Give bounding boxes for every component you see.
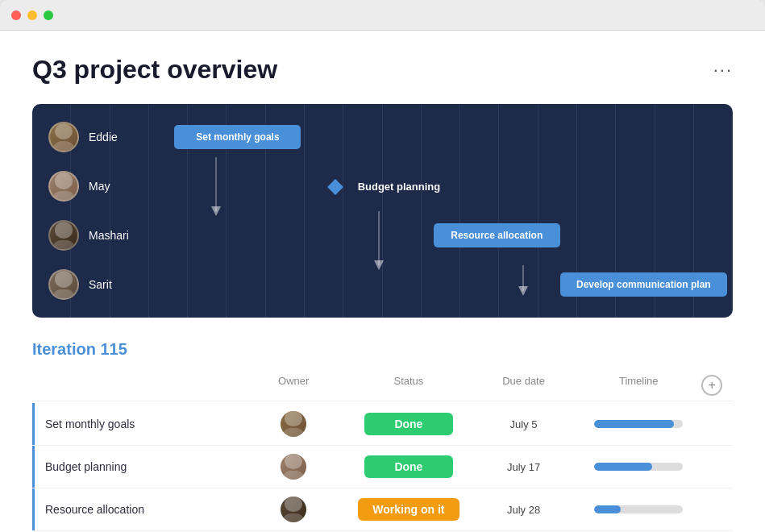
- row-border-3: [32, 488, 35, 530]
- row-border-2: [32, 446, 35, 488]
- main-content: Q3 project overview ···: [0, 31, 765, 532]
- owner-cell-3: [241, 497, 346, 522]
- iteration-label: Iteration 115: [32, 340, 733, 359]
- page-title: Q3 project overview: [32, 55, 277, 85]
- gantt-track-may: Budget planning: [157, 163, 733, 210]
- task-name-3: Resource allocation: [32, 503, 241, 516]
- gantt-rows: Eddie Set monthly goals: [32, 104, 733, 318]
- timeline-cell-3: [576, 505, 701, 513]
- gantt-name-eddie: Eddie: [89, 131, 153, 143]
- gantt-bar-sarit: Develop communication plan: [560, 272, 727, 297]
- titlebar: [0, 0, 765, 31]
- gantt-row-mashari: Mashari Resource allocation: [32, 212, 733, 259]
- page-header: Q3 project overview ···: [32, 55, 733, 85]
- task-name-1: Set monthly goals: [32, 418, 241, 430]
- avatar-mashari: [48, 220, 79, 251]
- col-timeline: Timeline: [576, 375, 701, 396]
- status-cell-1: Done: [346, 413, 472, 435]
- gantt-bar-mashari: Resource allocation: [434, 223, 560, 247]
- timeline-fill-2: [594, 463, 652, 471]
- due-date-2: July 17: [472, 461, 576, 473]
- col-owner: Owner: [241, 375, 346, 396]
- owner-cell-2: [241, 454, 346, 480]
- maximize-dot[interactable]: [44, 10, 53, 20]
- due-date-1: July 5: [472, 418, 576, 430]
- timeline-fill-3: [594, 505, 621, 513]
- timeline-bar-1: [594, 420, 683, 428]
- more-button[interactable]: ···: [713, 60, 733, 81]
- gantt-name-mashari: Mashari: [89, 229, 153, 242]
- add-column-button[interactable]: +: [701, 375, 722, 396]
- status-cell-3: Working on it: [346, 498, 472, 521]
- table-row-2: Budget planning Done July 17: [32, 446, 733, 488]
- timeline-fill-1: [594, 420, 674, 428]
- gantt-bar-eddie: Set monthly goals: [174, 125, 301, 149]
- gantt-name-sarit: Sarit: [89, 278, 153, 291]
- app-window: Q3 project overview ···: [0, 0, 765, 532]
- gantt-chart: Eddie Set monthly goals: [32, 104, 733, 318]
- status-cell-2: Done: [346, 455, 472, 478]
- timeline-bar-3: [594, 505, 683, 513]
- table-row-1: Set monthly goals Done July 5: [32, 403, 733, 446]
- status-badge-2: Done: [364, 455, 453, 478]
- owner-cell-1: [241, 411, 346, 437]
- col-duedate: Due date: [472, 375, 576, 396]
- col-task: [32, 375, 241, 396]
- owner-avatar-1: [281, 411, 306, 437]
- table-row-3: Resource allocation Working on it July 2…: [32, 488, 733, 531]
- timeline-cell-2: [576, 463, 701, 471]
- close-dot[interactable]: [11, 10, 21, 20]
- gantt-row-eddie: Eddie Set monthly goals: [32, 114, 733, 160]
- owner-avatar-3: [281, 497, 306, 522]
- avatar-sarit: [48, 269, 79, 300]
- table-header: Owner Status Due date Timeline +: [32, 370, 733, 401]
- task-name-2: Budget planning: [32, 460, 241, 473]
- row-border-1: [32, 403, 35, 445]
- gantt-name-may: May: [89, 180, 153, 193]
- gantt-row-sarit: Sarit Develop communication plan: [32, 261, 733, 308]
- gantt-track-eddie: Set monthly goals: [157, 114, 733, 160]
- col-add: +: [701, 375, 733, 396]
- minimize-dot[interactable]: [27, 10, 37, 20]
- gantt-row-may: May Budget planning: [32, 163, 733, 210]
- status-badge-1: Done: [364, 413, 453, 435]
- due-date-3: July 28: [472, 504, 576, 516]
- avatar-may: [48, 171, 79, 202]
- timeline-bar-2: [594, 463, 683, 471]
- gantt-track-mashari: Resource allocation: [157, 212, 733, 259]
- avatar-eddie: [48, 122, 79, 152]
- gantt-track-sarit: Develop communication plan: [157, 261, 733, 308]
- col-status: Status: [346, 375, 472, 396]
- owner-avatar-2: [281, 454, 306, 480]
- milestone-label-may: Budget planning: [358, 181, 441, 193]
- timeline-cell-1: [576, 420, 701, 428]
- status-badge-3: Working on it: [358, 498, 459, 521]
- iteration-section: Iteration 115 Owner Status Due date Time…: [32, 340, 733, 532]
